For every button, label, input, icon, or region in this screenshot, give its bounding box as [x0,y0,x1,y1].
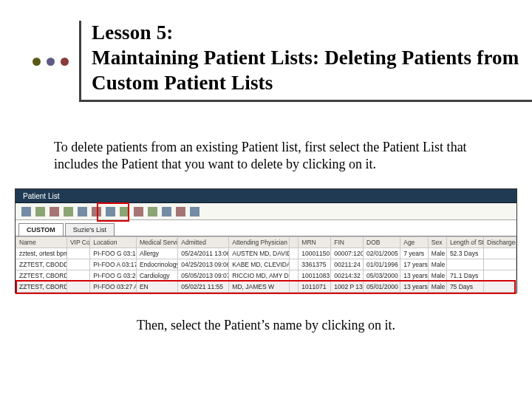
table-cell: 1002 P 130 [331,282,364,293]
tab-row: CUSTOM Suzie's List [16,220,516,236]
slide-title-block: Lesson 5: Maintaining Patient Lists: Del… [33,21,532,102]
table-cell: 10001150 [299,248,331,259]
table-cell [66,270,89,282]
col-sex[interactable]: Sex [428,237,446,248]
table-cell: 05/05/2013 09:07 [178,270,229,282]
col-fin[interactable]: FIN [331,237,364,248]
table-cell [484,282,516,293]
table-cell: 04/25/2013 09:06 [178,259,229,270]
col-name[interactable]: Name [16,237,67,248]
col-dob[interactable]: DOB [364,237,400,248]
table-row[interactable]: zztest, ortest bpnPI-FOO G 03:10 AAllerg… [16,248,516,259]
table-cell: AUSTEN MD, DAVID A [229,248,289,259]
table-cell: 71.1 Days [446,270,483,282]
toolbar-icon[interactable] [35,207,45,216]
table-cell: MD, JAMES W [229,282,289,293]
table-cell: 01/01/1996 [364,259,400,270]
toolbar-icon[interactable] [92,207,101,216]
col-physician[interactable]: Attending Physician [229,237,289,248]
table-cell: zztest, ortest bpn [16,248,67,259]
table-cell: Cardiology [136,270,177,282]
tab-suzies-list[interactable]: Suzie's List [65,223,115,236]
table-cell: 13 years [400,270,429,282]
title-text: Lesson 5: Maintaining Patient Lists: Del… [81,21,532,102]
table-cell: KABE MD, CLEVIDA S [229,259,289,270]
table-cell: PI-FOO A 03:17 A [90,259,137,270]
tab-custom[interactable]: CUSTOM [18,223,64,236]
table-cell: 10011083 [299,270,331,282]
table-cell: 05/02/21 11:55 [178,282,229,293]
toolbar-icon[interactable] [134,207,143,216]
title-line1: Lesson 5: [92,21,174,44]
table-cell: 1011071 [299,282,331,293]
bullet-icon [33,58,41,66]
toolbar-icon[interactable] [176,207,185,216]
table-cell: 00214:32 [331,270,364,282]
toolbar-icon[interactable] [78,207,87,216]
table-cell: Male [428,282,446,293]
table-cell [484,270,516,282]
outro-paragraph: Then, select the Patient’s name by click… [0,318,532,333]
table-cell: PI-FOO 03:27 A [90,282,137,293]
table-cell [484,248,516,259]
table-cell: Male [428,248,446,259]
table-cell: Male [428,270,446,282]
col-age[interactable]: Age [400,237,429,248]
panel-title: Patient List [16,192,66,200]
table-cell: Allergy [136,248,177,259]
table-cell [446,259,483,270]
table-cell: 00007:120 [331,248,364,259]
table-cell: 7 years [400,248,429,259]
toolbar-icon[interactable] [64,207,73,216]
patient-list-screenshot: Patient List CUSTOM Suzie's List [15,188,517,293]
table-cell: PI-FOO G 03:10 A [90,248,137,259]
table-cell: ZZTEST, CBODD [16,259,67,270]
col-discharged[interactable]: Discharged [484,237,516,248]
table-cell: 00211:24 [331,259,364,270]
col-blank[interactable] [289,237,299,248]
table-row[interactable]: ZZTEST, CBODDPI-FOO A 03:17 AEndocrinolo… [16,259,516,270]
toolbar-icon[interactable] [120,207,129,216]
table-cell: ZZTEST, CBORD1:J1 [16,282,67,293]
table-cell: 05/24/2011 13:06 [178,248,229,259]
table-cell: Endocrinology [136,259,177,270]
table-cell: ZZTEST, CBORD1:PJ1 [16,270,67,282]
table-row[interactable]: ZZTEST, CBORD1:J1PI-FOO 03:27 AEN05/02/2… [16,282,516,293]
toolbar-icon[interactable] [162,207,171,216]
table-cell: 75 Days [446,282,483,293]
table-cell [66,259,89,270]
toolbar-icon[interactable] [148,207,157,216]
table-cell: EN [136,282,177,293]
col-location[interactable]: Location [90,237,137,248]
grid-header-row: Name VIP Code Location Medical Service A… [16,237,516,248]
col-mrn[interactable]: MRN [299,237,331,248]
toolbar-icon[interactable] [50,207,59,216]
toolbar-icon[interactable] [106,207,115,216]
table-cell: Male [428,259,446,270]
table-cell: 13 years [400,282,429,293]
table-cell [289,259,299,270]
intro-paragraph: To delete patients from an existing Pati… [54,139,482,172]
table-cell: 05/03/2000 [364,270,400,282]
col-vip[interactable]: VIP Code [66,237,89,248]
table-cell [66,282,89,293]
panel-toolbar [16,203,516,220]
bullet-icon [61,58,69,66]
table-cell: 05/01/2000 [364,282,400,293]
table-cell [289,270,299,282]
bullet-icon [47,58,55,66]
table-row[interactable]: ZZTEST, CBORD1:PJ1PI-FOO G 03:20 ACardio… [16,270,516,282]
table-cell: 17 years [400,259,429,270]
col-admitted[interactable]: Admitted [178,237,229,248]
col-service[interactable]: Medical Service [136,237,177,248]
toolbar-icon[interactable] [190,207,200,216]
table-cell: PI-FOO G 03:20 A [90,270,137,282]
title-bullets [33,21,81,102]
col-los[interactable]: Length of Stay [446,237,483,248]
panel-header: Patient List [16,189,516,203]
table-cell: 02/01/2005 [364,248,400,259]
patient-grid: Name VIP Code Location Medical Service A… [16,236,516,293]
table-cell [289,248,299,259]
table-cell [289,282,299,293]
toolbar-icon[interactable] [21,207,31,216]
